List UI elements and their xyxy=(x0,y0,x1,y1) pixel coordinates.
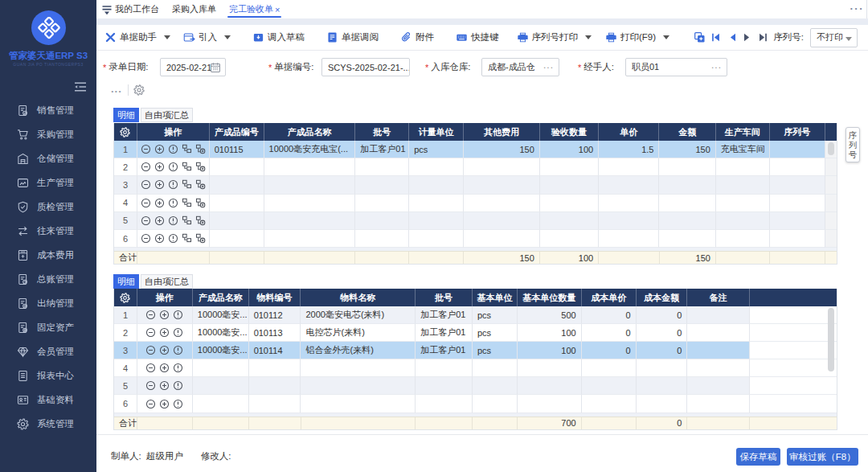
first-record-icon[interactable] xyxy=(710,32,721,43)
cell[interactable] xyxy=(416,395,473,412)
cell[interactable]: pcs xyxy=(473,324,518,342)
cell[interactable]: 010114 xyxy=(249,342,301,359)
toolbar-item-0[interactable]: 单据助手 xyxy=(104,31,170,43)
cell[interactable] xyxy=(687,359,750,377)
table2-row-2[interactable]: 210000毫安...010113电控芯片(来料)加工客户01pcs10000 xyxy=(114,324,837,342)
table1-row-2[interactable]: 2 xyxy=(114,158,837,176)
exclamation-circle-icon[interactable] xyxy=(168,198,178,208)
cell[interactable] xyxy=(716,176,770,194)
exclamation-circle-icon[interactable] xyxy=(173,399,183,409)
cell[interactable] xyxy=(540,195,599,212)
cell[interactable] xyxy=(264,195,356,212)
minus-circle-icon[interactable] xyxy=(141,179,151,190)
sidebar-collapse-icon[interactable] xyxy=(74,81,87,92)
exclamation-circle-icon[interactable] xyxy=(173,310,183,320)
toolbar-item-6[interactable]: 序列号打印 xyxy=(517,31,592,43)
vertical-scrollbar-thumb[interactable] xyxy=(828,142,834,155)
bom-tree-icon[interactable] xyxy=(182,179,192,190)
cell[interactable] xyxy=(210,158,264,176)
cell[interactable]: pcs xyxy=(473,342,518,359)
tab-completion-acceptance[interactable]: 完工验收单 × xyxy=(229,0,280,18)
bom-search-icon[interactable] xyxy=(195,144,206,154)
bom-tree-icon[interactable] xyxy=(182,198,192,208)
sidebar-item-11[interactable]: 报表中心 xyxy=(0,363,96,388)
cell[interactable] xyxy=(716,212,770,230)
cell[interactable] xyxy=(716,195,770,212)
sidebar-item-10[interactable]: 会员管理 xyxy=(0,339,96,363)
cell[interactable]: 150 xyxy=(659,141,715,158)
serial-number-side-button[interactable]: 序列号 xyxy=(845,127,860,162)
bom-tree-icon[interactable] xyxy=(182,162,192,172)
plus-circle-icon[interactable] xyxy=(159,310,170,320)
serial-print-select[interactable]: 不打印 xyxy=(810,28,858,47)
cell[interactable] xyxy=(599,158,659,176)
sidebar-item-3[interactable]: 生产管理 xyxy=(0,170,96,195)
cell[interactable] xyxy=(264,212,356,230)
cell[interactable]: 加工客户01 xyxy=(416,342,473,359)
cell[interactable]: 10000毫安... xyxy=(193,324,249,342)
cell[interactable]: 0 xyxy=(582,342,637,359)
cell[interactable]: 2000毫安电芯(来料) xyxy=(301,306,416,324)
cell[interactable] xyxy=(770,176,825,194)
cell[interactable] xyxy=(249,377,301,395)
table1-row-4[interactable]: 4 xyxy=(114,195,837,212)
bom-search-icon[interactable] xyxy=(195,233,206,244)
cell[interactable] xyxy=(518,359,582,377)
table1-row-3[interactable]: 3 xyxy=(114,176,837,194)
minus-circle-icon[interactable] xyxy=(145,310,156,320)
sidebar-item-4[interactable]: 质检管理 xyxy=(0,195,96,219)
cell[interactable] xyxy=(599,230,659,248)
minus-circle-icon[interactable] xyxy=(145,363,156,373)
plus-circle-icon[interactable] xyxy=(154,233,165,244)
plus-circle-icon[interactable] xyxy=(159,399,170,409)
plus-circle-icon[interactable] xyxy=(154,198,165,208)
cell[interactable]: 500 xyxy=(518,306,582,324)
table2-row-1[interactable]: 110000毫安...0101122000毫安电芯(来料)加工客户01pcs50… xyxy=(114,306,837,324)
minus-circle-icon[interactable] xyxy=(141,198,151,208)
cell[interactable] xyxy=(582,395,637,412)
cell[interactable]: 10000毫安... xyxy=(193,342,249,359)
plus-circle-icon[interactable] xyxy=(154,144,165,154)
cell[interactable] xyxy=(770,141,825,158)
cell[interactable] xyxy=(409,158,464,176)
cell[interactable] xyxy=(264,230,356,248)
minus-circle-icon[interactable] xyxy=(145,327,156,338)
cell[interactable] xyxy=(416,359,473,377)
cell[interactable] xyxy=(210,230,264,248)
cell[interactable] xyxy=(659,195,715,212)
cell[interactable] xyxy=(264,176,356,194)
plus-circle-icon[interactable] xyxy=(154,215,165,226)
sidebar-item-5[interactable]: 往来管理 xyxy=(0,219,96,243)
cell[interactable] xyxy=(464,195,540,212)
cell[interactable] xyxy=(249,395,301,412)
cell[interactable]: 0 xyxy=(582,324,637,342)
column-settings-gear-icon[interactable] xyxy=(114,289,137,306)
cell[interactable] xyxy=(599,176,659,194)
cell[interactable]: pcs xyxy=(473,306,518,324)
handler-input[interactable]: 职员01 ... xyxy=(625,58,727,76)
cell[interactable]: pcs xyxy=(409,141,464,158)
exclamation-circle-icon[interactable] xyxy=(173,363,183,373)
cell[interactable] xyxy=(193,395,249,412)
cell[interactable] xyxy=(687,324,750,342)
tab-filter-icon[interactable] xyxy=(101,4,113,15)
cell[interactable] xyxy=(750,306,837,324)
minus-circle-icon[interactable] xyxy=(145,380,156,391)
toolbar-item-2[interactable]: 调入草稿 xyxy=(252,31,305,43)
cell[interactable] xyxy=(540,230,599,248)
table1-tab-detail[interactable]: 明细 xyxy=(113,108,139,122)
exclamation-circle-icon[interactable] xyxy=(173,327,183,338)
previous-record-icon[interactable] xyxy=(727,32,738,43)
cell[interactable] xyxy=(301,395,416,412)
cell[interactable] xyxy=(599,195,659,212)
sidebar-item-6[interactable]: 成本费用 xyxy=(0,243,96,267)
table2-row-5[interactable]: 5 xyxy=(114,377,837,395)
cell[interactable]: 0 xyxy=(637,342,688,359)
bom-search-icon[interactable] xyxy=(195,198,206,208)
record-date-input[interactable]: 2025-02-21 xyxy=(160,58,226,76)
sidebar-item-8[interactable]: 出纳管理 xyxy=(0,291,96,315)
table2-row-4[interactable]: 4 xyxy=(114,359,837,377)
toolbar-item-5[interactable]: 快捷键 xyxy=(456,31,499,43)
cell[interactable]: 010115 xyxy=(210,141,264,158)
cell[interactable]: 0 xyxy=(582,306,637,324)
